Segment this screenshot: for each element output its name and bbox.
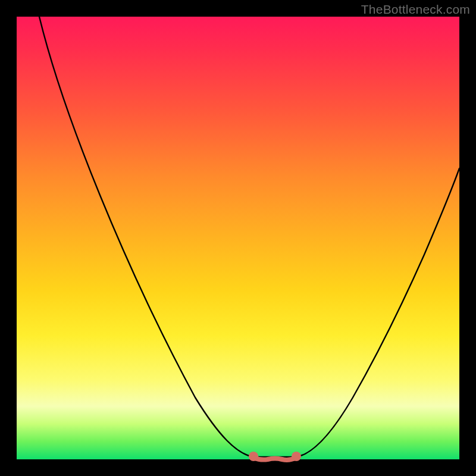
chart-frame: TheBottleneck.com — [0, 0, 476, 476]
watermark-text: TheBottleneck.com — [361, 2, 470, 17]
curve-path — [39, 17, 459, 457]
flat-segment-marker — [249, 452, 301, 461]
chart-plot-area — [17, 17, 459, 459]
bottleneck-curve — [17, 17, 459, 459]
